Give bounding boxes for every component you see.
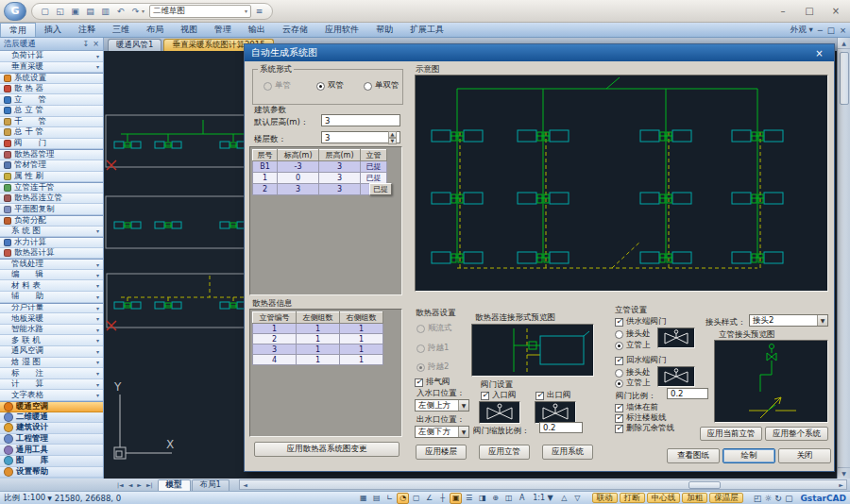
scroll-up-icon[interactable]: ▲ bbox=[838, 38, 850, 49]
grid-icon[interactable]: ▤ bbox=[370, 493, 382, 504]
bulb-icon[interactable]: ☼ bbox=[764, 494, 772, 503]
scroll-right-icon[interactable]: ► bbox=[836, 480, 846, 489]
floor-table-row[interactable]: 1 0 3 已提 bbox=[253, 173, 387, 184]
apply-current-riser-button[interactable]: 应用当前立管 bbox=[700, 427, 762, 441]
sidebar-item[interactable]: 工程管理 ▾ bbox=[0, 434, 103, 445]
radio-double-pipe[interactable]: 双管 bbox=[316, 80, 344, 92]
ribbon-tab[interactable]: 插入 bbox=[36, 23, 70, 37]
ortho-icon[interactable]: ∟ bbox=[383, 493, 396, 504]
close-button[interactable]: × bbox=[825, 4, 846, 19]
floor-table-row[interactable]: 2 3 3 删 bbox=[253, 184, 387, 195]
ribbon-tab[interactable]: 三维 bbox=[104, 23, 138, 37]
apply-whole-system-button[interactable]: 应用整个系统 bbox=[765, 427, 828, 441]
next-tab-icon[interactable]: ► bbox=[135, 481, 144, 488]
sidebar-item[interactable]: 二维暖通 ▾ bbox=[0, 412, 103, 424]
sidebar-item[interactable]: 标 注 ▾ bbox=[0, 368, 103, 379]
layout-tab[interactable]: 布局1 bbox=[192, 479, 230, 491]
sidebar-item[interactable]: 立 管 ▾ bbox=[0, 94, 103, 106]
save-as-icon[interactable]: ▤ bbox=[83, 5, 97, 18]
sidebar-item[interactable]: 系 统 图 ▾ bbox=[0, 227, 103, 238]
sidebar-item[interactable]: 通风空调 ▾ bbox=[0, 346, 103, 358]
prev-tab-icon[interactable]: ◄ bbox=[127, 481, 135, 488]
sidebar-item[interactable]: 负荷计算 ▾ bbox=[0, 51, 103, 62]
sidebar-item[interactable]: 辅 助 ▾ bbox=[0, 292, 103, 303]
ribbon-tab[interactable]: 扩展工具 bbox=[401, 23, 452, 37]
floors-input[interactable]: 3 ▲▼ bbox=[321, 131, 400, 143]
hvac-toggle-button[interactable]: 加粗 bbox=[682, 493, 707, 503]
spinner-up-icon[interactable]: ▲ bbox=[388, 131, 397, 138]
object-tracking-icon[interactable]: ∠ bbox=[423, 493, 435, 504]
ribbon-restore-icon[interactable]: □ bbox=[827, 25, 835, 35]
sidebar-item[interactable]: 材 料 表 ▾ bbox=[0, 280, 103, 292]
hvac-toggle-button[interactable]: 打断 bbox=[620, 493, 645, 503]
sidebar-item[interactable]: 阀 门 ▾ bbox=[0, 139, 103, 150]
annotation-scale-control[interactable]: 1:1 ▼ bbox=[531, 493, 555, 504]
sidebar-item[interactable]: 编 辑 ▾ bbox=[0, 270, 103, 281]
column-header[interactable]: 立管 bbox=[361, 150, 387, 161]
last-tab-icon[interactable]: ►| bbox=[144, 481, 155, 488]
apply-system-button[interactable]: 应用系统 bbox=[542, 445, 593, 460]
annotation-scale-icon[interactable]: A bbox=[516, 493, 528, 504]
minimize-button[interactable]: – bbox=[773, 4, 793, 19]
ribbon-tab[interactable]: 视图 bbox=[172, 23, 206, 37]
radiator-table-row[interactable]: 3 1 1 bbox=[253, 344, 383, 355]
scale-control[interactable]: 比例 1:100▼ bbox=[4, 493, 52, 504]
sidebar-item[interactable]: 地板采暖 ▾ bbox=[0, 313, 103, 325]
vertical-scrollbar[interactable]: ▲ ▼ bbox=[837, 38, 850, 479]
snap-icon[interactable]: ▦ bbox=[357, 493, 369, 504]
apply-riser-button[interactable]: 应用立管 bbox=[479, 445, 530, 460]
radio-cross2[interactable]: 跨越2 bbox=[416, 361, 449, 373]
ribbon-tab[interactable]: 帮助 bbox=[367, 23, 401, 37]
sidebar-item[interactable]: 平面图复制 ▾ bbox=[0, 204, 103, 215]
joint-style-select[interactable]: 接头2▼ bbox=[749, 314, 828, 327]
annotation-monitor-icon[interactable]: ◫ bbox=[502, 493, 515, 504]
dynamic-input-icon[interactable]: ▣ bbox=[450, 493, 462, 504]
dialog-close-button[interactable]: 关闭 bbox=[778, 448, 831, 463]
ribbon-tab[interactable]: 布局 bbox=[138, 23, 172, 37]
sidebar-item[interactable]: 焓 湿 图 ▾ bbox=[0, 358, 103, 369]
first-tab-icon[interactable]: |◄ bbox=[115, 481, 126, 488]
workspace-select[interactable]: 二维草图 ▾ bbox=[149, 5, 251, 18]
outlet-valve-checkbox[interactable]: 出口阀 bbox=[536, 390, 571, 401]
ribbon-tab[interactable]: 应用软件 bbox=[316, 23, 367, 37]
sidebar-item[interactable]: 暖通空调 ▾ bbox=[0, 401, 103, 412]
sidebar-item[interactable]: 负荷分配 ▾ bbox=[0, 215, 103, 227]
sidebar-item[interactable]: 散热器连立管 ▾ bbox=[0, 193, 103, 205]
open-file-icon[interactable]: ◱ bbox=[53, 5, 67, 18]
apply-radiator-change-button[interactable]: 应用散热器系统图变更 bbox=[254, 442, 400, 457]
remove-redundant-checkbox[interactable]: 删除冗余管线 bbox=[615, 423, 674, 434]
sidebar-item[interactable]: 水力计算 ▾ bbox=[0, 237, 103, 248]
app-logo-icon[interactable]: G bbox=[4, 2, 26, 21]
sidebar-item[interactable]: 散热器计算 ▾ bbox=[0, 248, 103, 260]
ribbon-tab[interactable]: 云存储 bbox=[274, 23, 316, 37]
valve-scale-input[interactable]: 0.2 bbox=[539, 422, 583, 433]
ribbon-tab[interactable]: 管理 bbox=[206, 23, 240, 37]
undo-dropdown-icon[interactable]: ▾ bbox=[142, 8, 144, 14]
sidebar-item[interactable]: 属 性 刷 ▾ bbox=[0, 172, 103, 183]
sidebar-item[interactable]: 管线处理 ▾ bbox=[0, 259, 103, 270]
supply-riser-radio[interactable]: 立管上 bbox=[615, 340, 651, 351]
dialog-titlebar[interactable]: 自动生成系统图 × bbox=[245, 44, 834, 61]
view-drawing-button[interactable]: 查看图纸 bbox=[667, 448, 720, 463]
sidebar-item[interactable]: 多 联 机 ▾ bbox=[0, 335, 103, 346]
supply-joint-radio[interactable]: 接头处 bbox=[615, 328, 651, 340]
sidebar-item[interactable]: 通用工具 ▾ bbox=[0, 445, 103, 456]
ribbon-tab[interactable]: 常用 bbox=[0, 23, 36, 37]
hvac-toggle-button[interactable]: 联动 bbox=[592, 493, 618, 503]
ribbon-tab[interactable]: 输出 bbox=[240, 23, 274, 37]
sidebar-item[interactable]: 总 立 管 ▾ bbox=[0, 106, 103, 117]
sidebar-item[interactable]: 总 干 管 ▾ bbox=[0, 127, 103, 139]
scroll-left-icon[interactable]: ◄ bbox=[240, 480, 250, 489]
print-icon[interactable]: ▥ bbox=[98, 5, 112, 18]
sidebar-item[interactable]: 管材管理 ▾ bbox=[0, 160, 103, 172]
object-snap-icon[interactable]: ▢ bbox=[410, 493, 422, 504]
quick-properties-icon[interactable]: ◨ bbox=[476, 493, 488, 504]
toolbar-overflow-icon[interactable]: ≡ bbox=[252, 5, 266, 18]
valve-ratio-input[interactable]: 0.2 bbox=[667, 388, 708, 399]
sidebar-item[interactable]: 计 算 ▾ bbox=[0, 379, 103, 391]
radio-single-double-pipe[interactable]: 单双管 bbox=[364, 80, 400, 92]
palette-close-icon[interactable]: × bbox=[93, 40, 99, 48]
appearance-menu[interactable]: 外观 ▾ bbox=[790, 25, 813, 36]
radio-single-pipe[interactable]: 单管 bbox=[264, 80, 291, 92]
sidebar-item[interactable]: 立管连干管 ▾ bbox=[0, 182, 103, 193]
